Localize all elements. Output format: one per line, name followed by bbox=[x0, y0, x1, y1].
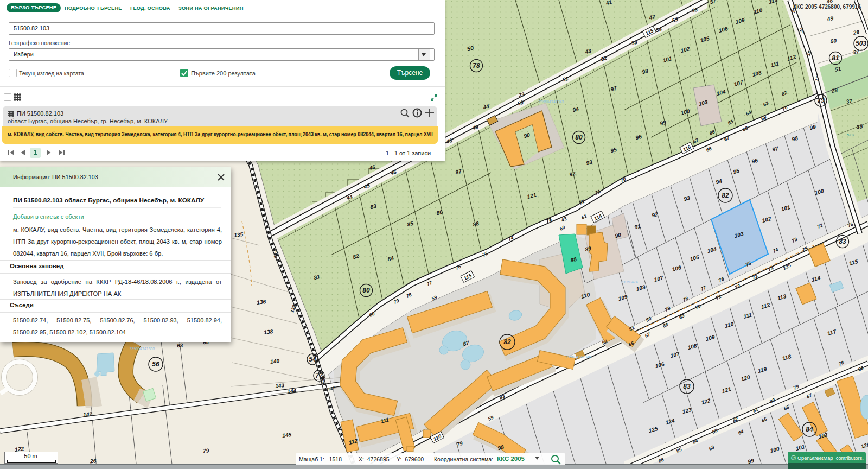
svg-text:142: 142 bbox=[83, 411, 93, 418]
svg-text:28: 28 bbox=[831, 87, 838, 94]
svg-text:143: 143 bbox=[275, 382, 285, 389]
svg-text:144: 144 bbox=[287, 388, 297, 395]
svg-text:63: 63 bbox=[177, 342, 184, 348]
svg-text:38: 38 bbox=[856, 123, 863, 130]
svg-text:82: 82 bbox=[503, 338, 511, 346]
svg-text:513: 513 bbox=[847, 132, 854, 137]
svg-text:ККС 2005 4726800, 679916: ККС 2005 4726800, 679916 bbox=[793, 4, 861, 10]
svg-text:503: 503 bbox=[856, 40, 866, 47]
svg-text:26: 26 bbox=[89, 458, 97, 464]
svg-text:49: 49 bbox=[826, 15, 834, 22]
svg-text:27: 27 bbox=[852, 48, 860, 55]
svg-text:51: 51 bbox=[834, 66, 841, 73]
svg-text:239504741343: 239504741343 bbox=[539, 100, 564, 104]
svg-text:138: 138 bbox=[264, 328, 274, 335]
svg-text:56: 56 bbox=[152, 360, 159, 368]
svg-text:83: 83 bbox=[839, 238, 846, 245]
svg-text:136: 136 bbox=[257, 299, 267, 306]
svg-text:140: 140 bbox=[270, 358, 280, 365]
svg-text:135: 135 bbox=[234, 231, 244, 238]
svg-text:50: 50 bbox=[830, 37, 837, 45]
svg-text:239504741345: 239504741345 bbox=[566, 355, 591, 359]
svg-text:145: 145 bbox=[282, 432, 292, 439]
svg-text:84: 84 bbox=[806, 426, 813, 433]
svg-text:83: 83 bbox=[683, 383, 691, 390]
svg-text:82: 82 bbox=[722, 192, 729, 199]
svg-text:79: 79 bbox=[817, 97, 825, 104]
svg-text:80: 80 bbox=[575, 134, 583, 141]
svg-text:78: 78 bbox=[473, 62, 480, 69]
svg-text:81: 81 bbox=[832, 54, 839, 62]
svg-text:23950474: 23950474 bbox=[621, 280, 637, 284]
svg-text:80: 80 bbox=[362, 287, 370, 294]
svg-text:79: 79 bbox=[202, 447, 209, 454]
svg-text:54: 54 bbox=[309, 356, 316, 363]
svg-text:26: 26 bbox=[852, 29, 860, 36]
svg-text:239504741365: 239504741365 bbox=[130, 347, 155, 351]
